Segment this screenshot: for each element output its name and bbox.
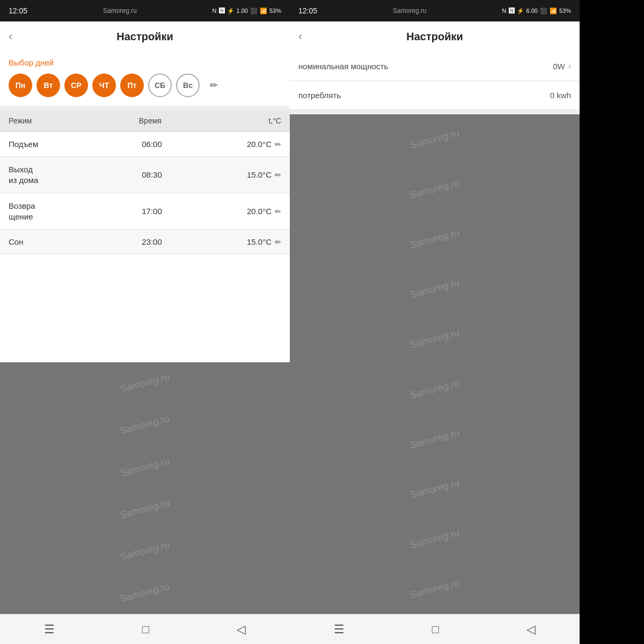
time-2: 17:00 [57, 207, 247, 216]
settings-label-consume: потреблять [298, 91, 341, 100]
schedule-row-0: Подъем 06:00 20.0°C ✏ [0, 132, 290, 157]
nav-menu-right[interactable]: ☰ [321, 618, 357, 641]
nav-menu-left[interactable]: ☰ [31, 618, 68, 641]
col-header-temp: t,°C [268, 116, 281, 125]
schedule-section: Режим Время t,°C Подъем 06:00 20.0°C ✏ В… [0, 110, 290, 362]
nav-back-left[interactable]: ◁ [224, 618, 259, 641]
header-right: ‹ Настройки [290, 21, 580, 52]
edit-icon-3[interactable]: ✏ [275, 238, 281, 246]
settings-content: номинальная мощность 0W › потреблять 0 k… [290, 52, 580, 614]
status-time-left: 12:05 [9, 6, 27, 15]
bottom-gray-left: Samoreg.ru Samoreg.ru Samoreg.ru Samoreg… [0, 362, 290, 614]
day-btn-fri[interactable]: Пт [120, 74, 144, 97]
day-btn-sun[interactable]: Вс [176, 74, 200, 97]
watermark-status-left: Samoreg.ru [103, 7, 137, 14]
settings-value-consume: 0 kwh [550, 91, 571, 100]
bottom-gray-right: Samoreg.ru Samoreg.ru Samoreg.ru Samoreg… [290, 114, 580, 614]
schedule-edit-icon[interactable]: ✏ [204, 76, 223, 95]
settings-value-power: 0W › [553, 61, 571, 71]
back-button-left[interactable]: ‹ [9, 30, 12, 43]
time-3: 23:00 [57, 237, 247, 246]
mode-3: Сон [9, 237, 57, 246]
time-0: 06:00 [57, 140, 247, 149]
day-btn-wed[interactable]: СР [64, 74, 88, 97]
status-bar-right: 12:05 Samoreg.ru N 🅽 ⚡ 6.00 ⬛ 📶 53% [290, 0, 580, 21]
back-button-right[interactable]: ‹ [298, 30, 302, 43]
temp-0: 20.0°C ✏ [247, 140, 281, 149]
schedule-row-1: Выходиз дома 08:30 15.0°C ✏ [0, 157, 290, 193]
watermark-status-right: Samoreg.ru [393, 7, 427, 14]
schedule-row-2: Возвращение 17:00 20.0°C ✏ [0, 193, 290, 230]
settings-row-power[interactable]: номинальная мощность 0W › [290, 52, 580, 81]
settings-label-power: номинальная мощность [298, 62, 388, 71]
day-buttons: Пн Вт СР ЧТ Пт СБ Вс ✏ [9, 74, 281, 97]
edit-icon-0[interactable]: ✏ [275, 140, 281, 149]
time-1: 08:30 [57, 170, 247, 179]
day-selector-section: Выбор дней Пн Вт СР ЧТ Пт СБ Вс ✏ [0, 52, 290, 106]
mode-2: Возвращение [9, 201, 57, 222]
bottom-nav-left: ☰ □ ◁ [0, 614, 290, 644]
header-left: ‹ Настройки [0, 21, 290, 52]
nav-home-right[interactable]: □ [419, 618, 452, 641]
edit-icon-1[interactable]: ✏ [275, 171, 281, 179]
edit-icon-2[interactable]: ✏ [275, 207, 281, 216]
col-header-mode: Режим [9, 116, 32, 125]
schedule-row-3: Сон 23:00 15.0°C ✏ [0, 230, 290, 254]
status-bar-left: 12:05 Samoreg.ru N 🅽 ⚡ 1.00 ⬛ 📶 53% [0, 0, 290, 21]
temp-1: 15.0°C ✏ [247, 170, 281, 179]
mode-1: Выходиз дома [9, 164, 57, 185]
settings-value-consume-text: 0 kwh [550, 91, 571, 100]
settings-row-consume[interactable]: потреблять 0 kwh [290, 81, 580, 110]
settings-value-power-text: 0W [553, 62, 565, 71]
bottom-nav-right: ☰ □ ◁ [290, 614, 580, 644]
nav-back-right[interactable]: ◁ [514, 618, 548, 641]
day-selector-label: Выбор дней [9, 58, 281, 67]
status-icons-right: N 🅽 ⚡ 6.00 ⬛ 📶 53% [502, 8, 571, 14]
temp-2: 20.0°C ✏ [247, 207, 281, 216]
temp-3: 15.0°C ✏ [247, 237, 281, 246]
status-time-right: 12:05 [298, 6, 317, 15]
mode-0: Подъем [9, 140, 57, 149]
day-btn-mon[interactable]: Пн [9, 74, 32, 97]
status-icons-left: N 🅽 ⚡ 1.00 ⬛ 📶 53% [213, 8, 281, 14]
content-left: Выбор дней Пн Вт СР ЧТ Пт СБ Вс ✏ Режим … [0, 52, 290, 614]
settings-rows-block: номинальная мощность 0W › потреблять 0 k… [290, 52, 580, 110]
day-btn-tue[interactable]: Вт [36, 74, 60, 97]
day-btn-sat[interactable]: СБ [148, 74, 172, 97]
chevron-right-power: › [568, 61, 571, 71]
page-title-right: Настройки [406, 31, 463, 43]
col-header-time: Время [139, 116, 162, 125]
page-title-left: Настройки [116, 31, 173, 43]
nav-home-left[interactable]: □ [129, 618, 162, 641]
day-btn-thu[interactable]: ЧТ [92, 74, 116, 97]
phone-right: 12:05 Samoreg.ru N 🅽 ⚡ 6.00 ⬛ 📶 53% ‹ На… [290, 0, 580, 644]
phone-left: 12:05 Samoreg.ru N 🅽 ⚡ 1.00 ⬛ 📶 53% ‹ На… [0, 0, 290, 644]
schedule-table-header: Режим Время t,°C [0, 110, 290, 132]
